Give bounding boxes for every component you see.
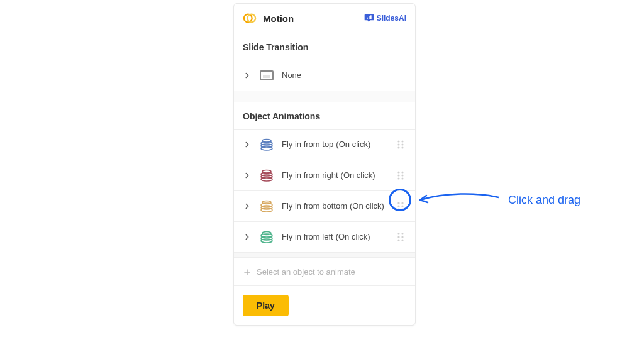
drag-handle-icon[interactable]: [395, 231, 406, 243]
panel-title: Motion: [263, 13, 294, 24]
brand-badge[interactable]: SlidesAI: [364, 14, 406, 23]
object-animations-label: Object Animations: [234, 102, 415, 130]
svg-point-32: [401, 205, 403, 207]
select-object-text: Select an object to animate: [257, 267, 355, 277]
object-thumb-icon: [258, 168, 275, 182]
svg-point-28: [262, 201, 271, 204]
svg-point-12: [401, 143, 403, 145]
svg-point-30: [401, 202, 403, 204]
object-thumb-icon: [258, 230, 275, 244]
drag-handle-icon[interactable]: [395, 170, 406, 181]
panel-title-wrap: Motion: [243, 11, 294, 25]
chevron-right-icon: [243, 171, 252, 180]
motion-panel: Motion SlidesAI Slide Transition None: [233, 3, 416, 326]
svg-point-11: [397, 143, 399, 145]
svg-point-31: [397, 205, 399, 207]
svg-point-13: [397, 146, 399, 148]
chevron-right-icon: [243, 233, 252, 241]
animation-row[interactable]: Fly in from right (On click): [234, 160, 415, 191]
svg-point-38: [262, 232, 271, 235]
panel-header: Motion SlidesAI: [234, 4, 415, 33]
svg-point-34: [401, 208, 403, 210]
transition-name: None: [282, 70, 406, 81]
svg-point-19: [397, 171, 399, 173]
chevron-right-icon: [243, 140, 252, 149]
svg-rect-2: [367, 18, 368, 19]
animation-row[interactable]: Fly in from top (On click): [234, 130, 415, 160]
transition-row[interactable]: None: [234, 60, 415, 91]
svg-point-10: [401, 140, 403, 142]
svg-point-18: [262, 170, 271, 174]
animation-row[interactable]: Fly in from bottom (On click): [234, 191, 415, 222]
svg-point-43: [397, 239, 399, 241]
svg-point-21: [397, 174, 399, 176]
slide-transition-label: Slide Transition: [234, 33, 415, 60]
svg-point-39: [397, 233, 399, 234]
svg-point-22: [401, 174, 403, 176]
brand-text: SlidesAI: [377, 14, 406, 23]
animation-label: Fly in from left (On click): [282, 232, 389, 243]
motion-icon: [243, 11, 257, 25]
select-object-prompt: Select an object to animate: [234, 258, 415, 286]
svg-point-14: [401, 146, 403, 148]
svg-rect-4: [370, 15, 372, 19]
svg-point-24: [401, 177, 403, 179]
annotation-text: Click and drag: [508, 194, 580, 207]
svg-point-44: [401, 239, 403, 241]
svg-point-29: [397, 202, 399, 204]
svg-rect-3: [369, 16, 370, 19]
svg-point-8: [262, 140, 271, 143]
svg-point-42: [401, 236, 403, 238]
object-thumb-icon: [258, 138, 275, 152]
section-gap: [234, 91, 415, 102]
animation-row[interactable]: Fly in from left (On click): [234, 222, 415, 253]
annotation-arrow-icon: [414, 189, 502, 214]
animation-label: Fly in from right (On click): [282, 170, 389, 181]
svg-point-9: [397, 140, 399, 142]
object-thumb-icon: [258, 199, 275, 213]
svg-point-23: [397, 177, 399, 179]
play-row: Play: [234, 286, 415, 325]
animation-label: Fly in from top (On click): [282, 140, 389, 150]
chevron-right-icon: [243, 202, 252, 211]
plus-icon: [243, 268, 252, 277]
spacer: [234, 253, 415, 258]
chat-bars-icon: [364, 14, 374, 23]
drag-handle-icon[interactable]: [395, 139, 406, 150]
svg-point-41: [397, 236, 399, 238]
animation-label: Fly in from bottom (On click): [282, 201, 389, 212]
svg-point-40: [401, 233, 403, 234]
play-button[interactable]: Play: [243, 295, 289, 316]
chevron-right-icon: [243, 71, 252, 80]
svg-point-20: [401, 171, 403, 173]
slide-icon: [258, 69, 275, 82]
drag-handle-icon[interactable]: [395, 201, 406, 212]
svg-point-33: [397, 208, 399, 210]
